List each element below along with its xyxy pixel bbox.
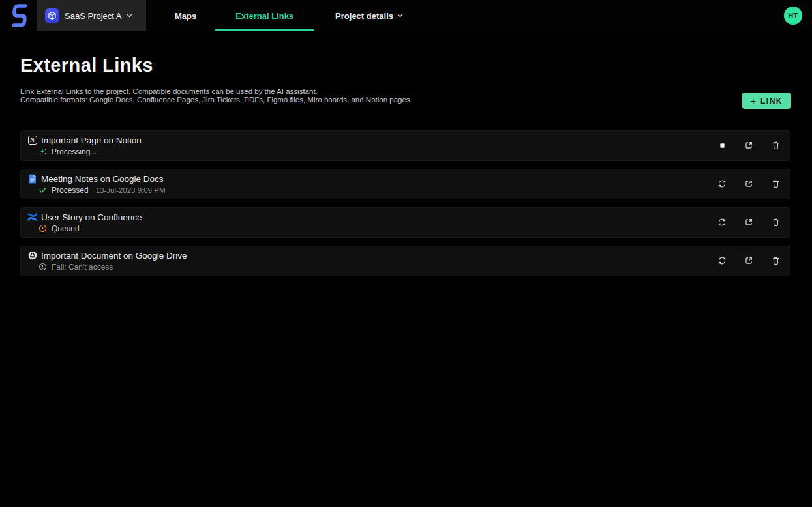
project-cube-icon bbox=[45, 8, 59, 23]
status-timestamp: 13-Jul-2023 9:09 PM bbox=[96, 186, 166, 194]
chevron-down-icon bbox=[397, 14, 403, 18]
delete-button[interactable] bbox=[767, 137, 784, 154]
app-logo[interactable] bbox=[0, 0, 37, 31]
status-text: Processed bbox=[52, 186, 89, 195]
description-line-1: Link External Links to the project. Comp… bbox=[20, 87, 790, 96]
link-title: User Story on Confluence bbox=[41, 212, 142, 222]
status-text: Processing... bbox=[52, 147, 97, 156]
s-logo-icon bbox=[9, 3, 29, 29]
page-title: External Links bbox=[20, 55, 790, 76]
delete-button[interactable] bbox=[767, 214, 784, 231]
open-external-button[interactable] bbox=[740, 214, 757, 231]
project-selector[interactable]: SaaS Project A bbox=[37, 0, 146, 31]
clock-icon bbox=[38, 224, 47, 233]
status-text: Fail: Can't access bbox=[52, 263, 113, 272]
ai-sparkle-icon bbox=[38, 147, 47, 156]
google-docs-icon bbox=[27, 174, 37, 184]
nav-tabs: Maps External Links Project details bbox=[146, 0, 424, 31]
open-external-button[interactable] bbox=[740, 252, 757, 269]
chevron-down-icon bbox=[127, 14, 132, 18]
link-title: Meeting Notes on Google Docs bbox=[41, 174, 164, 184]
page-description: Link External Links to the project. Comp… bbox=[20, 87, 790, 104]
tab-maps-label: Maps bbox=[175, 11, 196, 21]
page-header: External Links Link External Links to th… bbox=[0, 31, 812, 104]
sync-button[interactable] bbox=[714, 175, 730, 192]
open-external-button[interactable] bbox=[740, 137, 757, 154]
link-row-google-drive: Important Document on Google Drive Fail:… bbox=[20, 246, 790, 276]
tab-maps[interactable]: Maps bbox=[157, 0, 215, 31]
stop-button[interactable] bbox=[714, 137, 730, 154]
open-external-button[interactable] bbox=[740, 175, 757, 192]
user-avatar[interactable]: HT bbox=[784, 7, 802, 25]
tab-external-links[interactable]: External Links bbox=[215, 0, 314, 31]
tab-external-links-label: External Links bbox=[235, 11, 293, 21]
project-selector-label: SaaS Project A bbox=[65, 11, 121, 21]
delete-button[interactable] bbox=[767, 252, 784, 269]
tab-project-details[interactable]: Project details bbox=[314, 0, 424, 31]
add-link-button-label: LINK bbox=[760, 96, 783, 106]
error-icon bbox=[38, 263, 47, 271]
tab-project-details-label: Project details bbox=[335, 11, 393, 21]
link-row-notion: N Important Page on Notion Processing... bbox=[20, 130, 790, 161]
google-drive-icon bbox=[27, 251, 37, 261]
top-navbar: SaaS Project A Maps External Links Proje… bbox=[0, 0, 812, 31]
sync-button[interactable] bbox=[714, 252, 730, 269]
plus-icon: + bbox=[751, 96, 756, 106]
status-text: Queued bbox=[52, 224, 80, 233]
description-line-2: Compatible formats: Google Docs, Conflue… bbox=[20, 96, 790, 104]
check-icon bbox=[38, 186, 47, 194]
link-row-confluence: User Story on Confluence Queued bbox=[20, 207, 790, 238]
sync-button[interactable] bbox=[714, 214, 730, 231]
notion-icon: N bbox=[27, 136, 37, 145]
external-links-list: N Important Page on Notion Processing... bbox=[20, 130, 790, 276]
link-title: Important Page on Notion bbox=[41, 136, 142, 145]
delete-button[interactable] bbox=[767, 175, 784, 192]
link-title: Important Document on Google Drive bbox=[41, 251, 187, 261]
link-row-google-docs: Meeting Notes on Google Docs Processed 1… bbox=[20, 169, 790, 199]
confluence-icon bbox=[27, 212, 37, 222]
add-link-button[interactable]: + LINK bbox=[742, 93, 791, 109]
